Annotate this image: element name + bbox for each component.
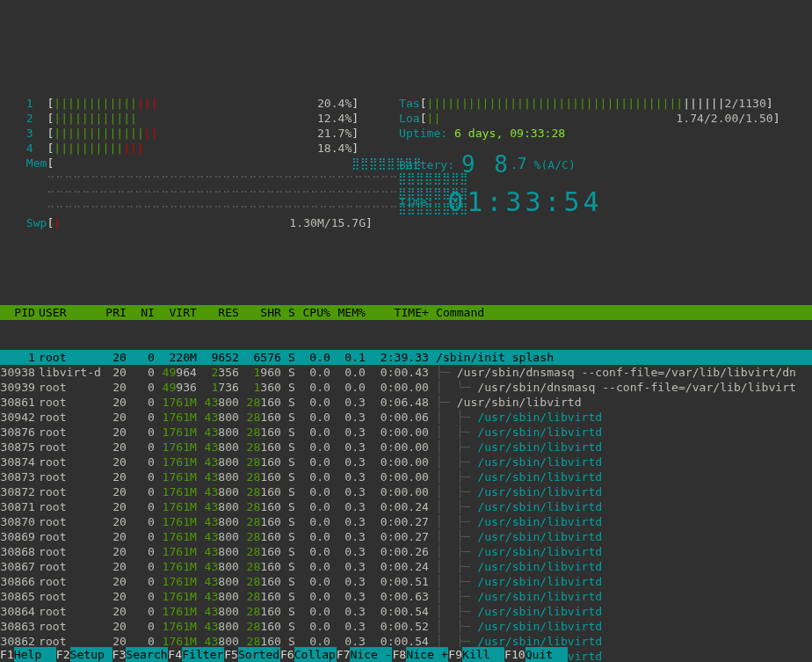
col-command[interactable]: Command [429, 305, 812, 320]
process-row[interactable]: 30869root2001761M4380028160S0.00.30:00.2… [0, 529, 812, 544]
col-mem%[interactable]: MEM% [330, 305, 366, 320]
process-row[interactable]: 30870root2001761M4380028160S0.00.30:00.2… [0, 514, 812, 529]
process-row[interactable]: 30939root2004993617361360S0.00.00:00.00│… [0, 380, 812, 395]
col-time+[interactable]: TIME+ [366, 305, 429, 320]
fkey-label-nice +[interactable]: Nice + [406, 647, 448, 662]
cpu-meter-4: 4 [||||||||||||| 18.4%] [12, 141, 381, 156]
fkey-label-quit[interactable]: Quit [526, 647, 568, 662]
fkey-label-filter[interactable]: Filter [182, 647, 224, 662]
col-s[interactable]: S [281, 305, 295, 320]
fkey-label-kill[interactable]: Kill [462, 647, 504, 662]
col-user[interactable]: USER [35, 305, 98, 320]
cpu-meter-3: 3 [||||||||||||||| 21.7%] [12, 126, 381, 141]
process-table[interactable]: PIDUSERPRINIVIRTRESSHRSCPU%MEM%TIME+Comm… [0, 275, 812, 662]
process-row[interactable]: 1root200220M96526576S0.00.12:39.33/sbin/… [0, 350, 812, 365]
meters-panel: 1 [||||||||||||||| 20.4%] 2 [|||||||||||… [0, 60, 812, 245]
fkey-F7[interactable]: F7 [337, 647, 351, 662]
fkey-F4[interactable]: F4 [168, 647, 182, 662]
col-pri[interactable]: PRI [98, 305, 127, 320]
fkey-label-search[interactable]: Search [126, 647, 168, 662]
fkey-F8[interactable]: F8 [392, 647, 406, 662]
load-meter: Loa[|| 1.74/2.00/1.50] [399, 111, 803, 126]
uptime: Uptime: 6 days, 09:33:28 [399, 126, 803, 141]
process-row[interactable]: 30866root2001761M4380028160S0.00.30:00.5… [0, 574, 812, 589]
col-res[interactable]: RES [197, 305, 239, 320]
fkey-label-help[interactable]: Help [14, 647, 56, 662]
fkey-F1[interactable]: F1 [0, 647, 14, 662]
col-ni[interactable]: NI [127, 305, 155, 320]
process-row[interactable]: 30938libvirt-d2004996423561960S0.00.00:0… [0, 365, 812, 380]
mem-graph-row: ⠒⠒⠒⠒⠒⠒⠒⠒⠒⠒⠒⠒⠒⠒⠒⠒⠒⠒⠒⠒⠒⠒⠒⠒⠒⠒⠒⠒⠒⠒⠒⠒⠒⠒⠒⠒⠒⠒⠒⠒… [12, 200, 381, 215]
process-row[interactable]: 30872root2001761M4380028160S0.00.30:00.0… [0, 484, 812, 499]
fkey-F6[interactable]: F6 [280, 647, 294, 662]
process-row[interactable]: 30876root2001761M4380028160S0.00.30:00.0… [0, 425, 812, 440]
mem-graph-row: ⠒⠒⠒⠒⠒⠒⠒⠒⠒⠒⠒⠒⠒⠒⠒⠒⠒⠒⠒⠒⠒⠒⠒⠒⠒⠒⠒⠒⠒⠒⠒⠒⠒⠒⠒⠒⠒⠒⠒⠒… [12, 186, 381, 200]
fkey-label-collap[interactable]: Collap [294, 647, 337, 662]
battery: Battery: 9 8.7 %(A/C) [399, 156, 803, 172]
fkey-F3[interactable]: F3 [112, 647, 127, 662]
process-row[interactable]: 30874root2001761M4380028160S0.00.30:00.0… [0, 455, 812, 469]
process-row[interactable]: 30875root2001761M4380028160S0.00.30:00.0… [0, 440, 812, 455]
tasks-meter: Tas[||||||||||||||||||||||||||||||||||||… [399, 96, 803, 111]
fkey-label-nice -[interactable]: Nice - [350, 647, 392, 662]
process-row[interactable]: 30868root2001761M4380028160S0.00.30:00.2… [0, 544, 812, 559]
process-row[interactable]: 30873root2001761M4380028160S0.00.30:00.0… [0, 469, 812, 484]
mem-graph-row: ⠒⠒⠒⠒⠒⠒⠒⠒⠒⠒⠒⠒⠒⠒⠒⠒⠒⠒⠒⠒⠒⠒⠒⠒⠒⠒⠒⠒⠒⠒⠒⠒⠒⠒⠒⠒⠒⠒⠒⠒… [12, 171, 381, 186]
col-cpu%[interactable]: CPU% [295, 305, 330, 320]
table-header[interactable]: PIDUSERPRINIVIRTRESSHRSCPU%MEM%TIME+Comm… [0, 305, 812, 320]
cpu-meter-1: 1 [||||||||||||||| 20.4%] [12, 96, 381, 111]
function-key-bar[interactable]: F1HelpF2SetupF3SearchF4FilterF5SortedF6C… [0, 647, 812, 662]
clock: Time: 01:33:54 [399, 194, 803, 209]
process-row[interactable]: 30871root2001761M4380028160S0.00.30:00.2… [0, 499, 812, 514]
swap-meter: Swp[| 1.30M/15.7G] [12, 215, 381, 230]
process-row[interactable]: 30867root2001761M4380028160S0.00.30:00.2… [0, 559, 812, 574]
process-row[interactable]: 30861root2001761M4380028160S0.00.30:06.4… [0, 395, 812, 410]
fkey-F5[interactable]: F5 [224, 647, 238, 662]
process-row[interactable]: 30864root2001761M4380028160S0.00.30:00.5… [0, 604, 812, 619]
process-row[interactable]: 30863root2001761M4380028160S0.00.30:00.5… [0, 619, 812, 634]
cpu-meter-2: 2 [|||||||||||| 12.4%] [12, 111, 381, 126]
fkey-F9[interactable]: F9 [448, 647, 462, 662]
fkey-F2[interactable]: F2 [56, 647, 70, 662]
fkey-F10[interactable]: F10 [504, 647, 526, 662]
col-shr[interactable]: SHR [239, 305, 281, 320]
mem-meter: Mem[ ⣿⣿⣿⣿⣿⣿⣿⣿ [12, 156, 381, 171]
col-pid[interactable]: PID [0, 305, 35, 320]
process-row[interactable]: 30942root2001761M4380028160S0.00.30:00.0… [0, 410, 812, 425]
col-virt[interactable]: VIRT [155, 305, 197, 320]
fkey-label-sorted[interactable]: Sorted [238, 647, 280, 662]
fkey-label-setup[interactable]: Setup [70, 647, 112, 662]
process-row[interactable]: 30865root2001761M4380028160S0.00.30:00.6… [0, 589, 812, 604]
